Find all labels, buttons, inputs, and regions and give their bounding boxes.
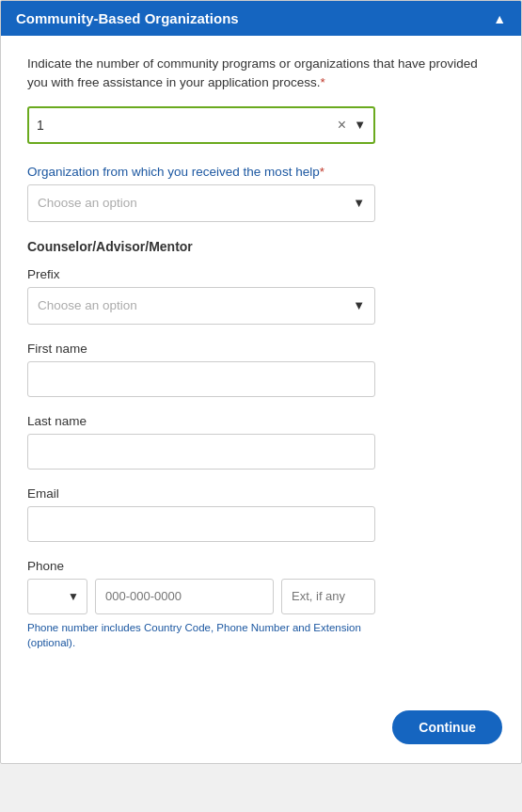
num-programs-select[interactable]: 1 × ▼ xyxy=(27,106,375,144)
card-title: Community-Based Organizations xyxy=(16,10,239,26)
section-title: Counselor/Advisor/Mentor xyxy=(27,239,495,254)
phone-country-arrow-icon: ▼ xyxy=(68,590,79,603)
phone-row: ▼ xyxy=(27,579,375,614)
email-label: Email xyxy=(27,486,495,501)
phone-label: Phone xyxy=(27,559,495,573)
community-based-organizations-card: Community-Based Organizations ▲ Indicate… xyxy=(0,0,522,764)
organization-arrow-icon: ▼ xyxy=(353,196,365,210)
clear-icon[interactable]: × xyxy=(338,118,346,133)
phone-number-input[interactable] xyxy=(95,579,274,614)
first-name-label: First name xyxy=(27,342,495,356)
email-input[interactable] xyxy=(27,506,375,542)
phone-ext-input[interactable] xyxy=(281,579,375,614)
last-name-input[interactable] xyxy=(27,434,375,470)
description-text: Indicate the number of community program… xyxy=(27,55,495,93)
first-name-field-group: First name xyxy=(27,342,495,397)
last-name-label: Last name xyxy=(27,414,495,428)
email-field-group: Email xyxy=(27,486,495,542)
organization-label: Organization from which you received the… xyxy=(27,165,495,179)
organization-placeholder: Choose an option xyxy=(38,196,353,210)
org-required-marker: * xyxy=(320,165,324,179)
first-name-input[interactable] xyxy=(27,361,375,397)
prefix-field-group: Prefix Choose an option ▼ xyxy=(27,267,495,325)
phone-help-text: Phone number includes Country Code, Phon… xyxy=(27,620,375,650)
card-footer: Continue xyxy=(1,695,521,763)
last-name-field-group: Last name xyxy=(27,414,495,470)
prefix-arrow-icon: ▼ xyxy=(353,298,365,312)
organization-field-group: Organization from which you received the… xyxy=(27,165,495,222)
continue-button[interactable]: Continue xyxy=(392,710,502,744)
prefix-placeholder: Choose an option xyxy=(38,298,353,312)
phone-field-group: Phone ▼ Phone number includes Country Co… xyxy=(27,559,495,650)
organization-select[interactable]: Choose an option ▼ xyxy=(27,184,375,222)
card-header: Community-Based Organizations ▲ xyxy=(1,1,521,36)
required-marker: * xyxy=(320,75,324,89)
card-body: Indicate the number of community program… xyxy=(1,36,521,695)
num-programs-value: 1 xyxy=(37,118,338,133)
num-programs-arrow-icon[interactable]: ▼ xyxy=(354,118,366,132)
prefix-label: Prefix xyxy=(27,267,495,281)
prefix-select[interactable]: Choose an option ▼ xyxy=(27,287,375,325)
collapse-icon[interactable]: ▲ xyxy=(493,11,506,26)
phone-country-select[interactable]: ▼ xyxy=(27,579,87,614)
